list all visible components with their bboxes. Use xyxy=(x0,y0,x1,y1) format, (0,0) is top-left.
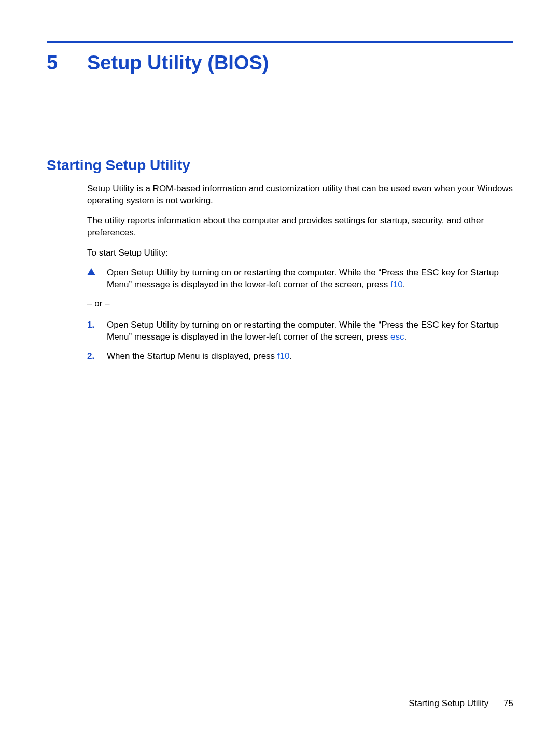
body: Setup Utility is a ROM-based information… xyxy=(87,183,513,362)
key-f10-b: f10 xyxy=(277,351,290,361)
bullet-text-b: . xyxy=(403,279,405,289)
or-separator: – or – xyxy=(87,298,513,310)
step-2-text-a: When the Startup Menu is displayed, pres… xyxy=(107,351,277,361)
step-1-text-a: Open Setup Utility by turning on or rest… xyxy=(107,320,499,342)
step-2: 2. When the Startup Menu is displayed, p… xyxy=(87,350,513,362)
step-2-text-b: . xyxy=(289,351,292,361)
footer-title: Starting Setup Utility xyxy=(409,698,488,708)
bullet-text-a: Open Setup Utility by turning on or rest… xyxy=(107,268,499,289)
page: 5 Setup Utility (BIOS) Starting Setup Ut… xyxy=(0,0,560,745)
chapter-heading: 5 Setup Utility (BIOS) xyxy=(47,52,513,74)
footer-page-number: 75 xyxy=(503,698,513,708)
page-footer: Starting Setup Utility 75 xyxy=(409,698,513,709)
key-esc: esc xyxy=(390,332,404,342)
step-2-text: When the Startup Menu is displayed, pres… xyxy=(107,350,513,362)
paragraph-2: The utility reports information about th… xyxy=(87,215,513,239)
key-f10: f10 xyxy=(390,279,403,289)
bullet-item: Open Setup Utility by turning on or rest… xyxy=(87,267,513,291)
step-2-number: 2. xyxy=(87,350,107,362)
triangle-icon xyxy=(87,267,107,291)
bullet-text: Open Setup Utility by turning on or rest… xyxy=(107,267,513,291)
top-rule xyxy=(47,41,513,43)
paragraph-1: Setup Utility is a ROM-based information… xyxy=(87,183,513,207)
chapter-title: Setup Utility (BIOS) xyxy=(87,52,513,74)
step-1-text-b: . xyxy=(404,332,407,342)
step-1-number: 1. xyxy=(87,319,107,343)
section-title: Starting Setup Utility xyxy=(47,157,513,174)
step-1: 1. Open Setup Utility by turning on or r… xyxy=(87,319,513,343)
step-1-text: Open Setup Utility by turning on or rest… xyxy=(107,319,513,343)
chapter-number: 5 xyxy=(47,52,87,74)
paragraph-3: To start Setup Utility: xyxy=(87,247,513,259)
